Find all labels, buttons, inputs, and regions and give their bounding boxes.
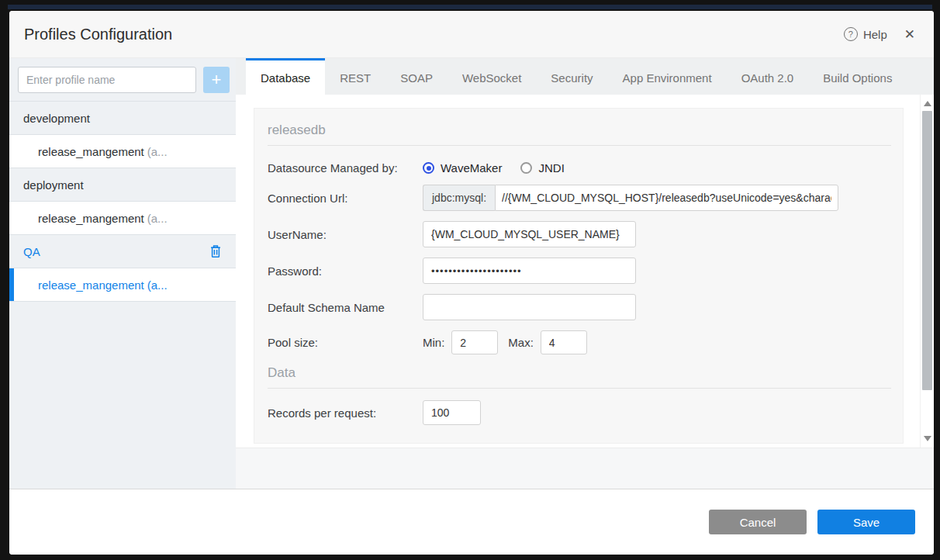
profile-group-label: deployment [23, 178, 84, 192]
username-input[interactable] [423, 221, 636, 247]
radio-wavemaker[interactable]: WaveMaker [423, 161, 502, 175]
sidebar-item-qa[interactable]: QA [9, 235, 236, 268]
pool-min-input[interactable] [451, 330, 498, 354]
tab-build-options[interactable]: Build Options [808, 58, 907, 95]
connection-url-input[interactable] [495, 185, 838, 211]
help-icon: ? [844, 27, 858, 41]
profile-group-label: development [23, 112, 90, 125]
pool-max-input[interactable] [541, 330, 587, 354]
dialog-footer: Cancel Save [9, 489, 934, 555]
selected-indicator [9, 268, 14, 301]
tab-database[interactable]: Database [246, 58, 325, 95]
dialog-header: Profiles Configuration ? Help ✕ [9, 11, 934, 58]
tab-oauth[interactable]: OAuth 2.0 [727, 58, 809, 95]
close-icon[interactable]: ✕ [904, 26, 915, 43]
default-schema-label: Default Schema Name [268, 301, 423, 314]
profiles-sidebar: + development release_mangement (a... de… [9, 58, 236, 489]
sidebar-item-deployment[interactable]: deployment [9, 168, 236, 202]
section-divider [268, 388, 891, 389]
tab-security[interactable]: Security [536, 58, 607, 95]
tab-rest[interactable]: REST [325, 58, 385, 95]
profiles-configuration-dialog: Profiles Configuration ? Help ✕ + develo… [9, 11, 934, 555]
datasource-managed-label: Datasource Managed by: [268, 161, 423, 175]
data-section-title: Data [268, 365, 891, 381]
profile-child-label: release_mangement [38, 212, 144, 225]
pool-min-label: Min: [423, 336, 444, 349]
profile-child-label: release_mangement [38, 145, 144, 158]
records-per-request-input[interactable] [423, 400, 481, 425]
delete-profile-button[interactable] [209, 244, 222, 258]
radio-selected-icon [423, 162, 434, 174]
sidebar-item-release-mangement-qa[interactable]: release_mangement (a... [9, 268, 236, 302]
save-button[interactable]: Save [817, 510, 915, 534]
profile-child-suffix: (a... [147, 145, 168, 158]
default-schema-input[interactable] [423, 294, 636, 320]
pool-max-label: Max: [508, 336, 534, 349]
profile-child-suffix: (a... [147, 278, 168, 292]
database-settings-card: releasedb Datasource Managed by: WaveMak… [254, 108, 904, 444]
scroll-up-icon[interactable] [924, 101, 931, 106]
help-button[interactable]: ? Help [844, 27, 887, 41]
pool-size-label: Pool size: [268, 336, 423, 349]
sidebar-item-development[interactable]: development [9, 102, 236, 135]
profile-group-label: QA [23, 245, 40, 258]
add-profile-button[interactable]: + [203, 67, 230, 93]
radio-unselected-icon [520, 162, 532, 174]
password-label: Password: [268, 264, 423, 278]
scroll-down-icon[interactable] [924, 436, 931, 441]
scrollbar-thumb[interactable] [922, 111, 932, 390]
tab-soap[interactable]: SOAP [385, 58, 448, 95]
profile-name-input[interactable] [18, 67, 196, 93]
sidebar-item-release-mangement-deploy[interactable]: release_mangement (a... [9, 202, 236, 235]
cancel-button[interactable]: Cancel [709, 510, 807, 534]
help-label: Help [863, 28, 887, 41]
database-tab-panel: releasedb Datasource Managed by: WaveMak… [236, 95, 934, 448]
profile-child-suffix: (a... [147, 212, 168, 225]
tab-websocket[interactable]: WebSocket [448, 58, 536, 95]
vertical-scrollbar[interactable] [920, 95, 934, 448]
database-section-title: releasedb [268, 123, 891, 138]
records-per-request-label: Records per request: [268, 406, 423, 420]
section-divider [268, 145, 891, 146]
panel-bottom-strip [236, 448, 934, 489]
plus-icon: + [212, 71, 222, 88]
profile-child-label: release_mangement [38, 278, 144, 292]
password-input[interactable] [423, 258, 636, 284]
profile-tabs: Database REST SOAP WebSocket Security Ap… [236, 58, 934, 95]
page-title: Profiles Configuration [24, 26, 172, 43]
profile-list: development release_mangement (a... depl… [9, 101, 236, 302]
datasource-radio-group: WaveMaker JNDI [423, 161, 565, 175]
tab-app-environment[interactable]: App Environment [608, 58, 727, 95]
jdbc-prefix-addon: jdbc:mysql: [423, 185, 495, 211]
username-label: UserName: [268, 228, 423, 241]
sidebar-item-release-mangement-dev[interactable]: release_mangement (a... [9, 135, 236, 168]
background-app-edge [8, 5, 932, 9]
connection-url-label: Connection Url: [268, 192, 423, 205]
trash-icon [209, 244, 222, 258]
radio-jndi[interactable]: JNDI [520, 161, 564, 175]
